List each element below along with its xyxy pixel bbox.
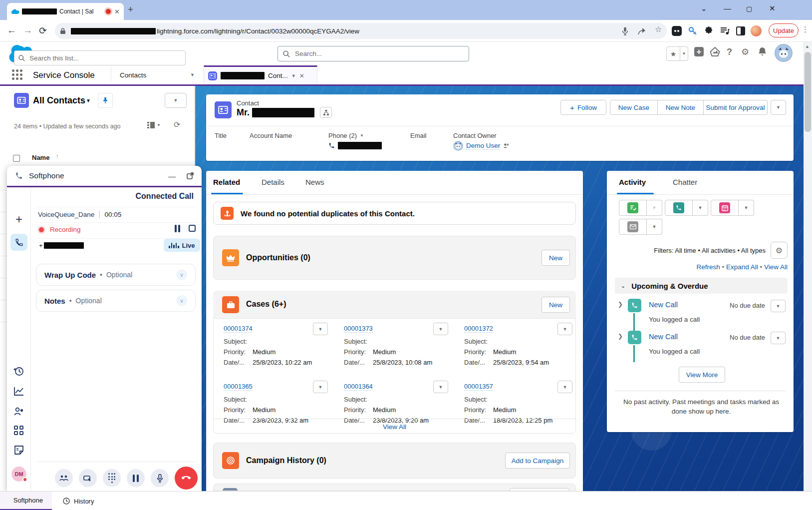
user-avatar[interactable]	[775, 44, 793, 62]
profile-avatar[interactable]	[750, 25, 762, 37]
favorites-chevron-icon[interactable]: ▼	[680, 47, 688, 60]
list-view-chevron-icon[interactable]: ▼	[86, 98, 91, 103]
playlist-icon[interactable]	[719, 25, 731, 37]
list-view-controls-button[interactable]: ▼	[165, 93, 187, 108]
case-number-link[interactable]: 00001364	[344, 383, 373, 391]
tab-close-icon[interactable]: ✕	[114, 8, 120, 15]
browser-tab[interactable]: Contact | Sal ✕	[7, 3, 124, 20]
follow-button[interactable]: +Follow	[560, 100, 606, 115]
window-close-button[interactable]: ✕	[769, 4, 776, 13]
tab-details[interactable]: Details	[262, 178, 284, 186]
case-number-link[interactable]: 00001357	[464, 383, 493, 391]
refresh-list-icon[interactable]: ⟳	[174, 120, 180, 129]
agent-avatar[interactable]: DM	[11, 467, 26, 482]
scrollbar-up-arrow-icon[interactable]: ▲	[805, 44, 810, 49]
app-launcher-waffle-icon[interactable]	[12, 69, 23, 80]
name-column-header[interactable]: Name	[32, 154, 49, 161]
email-dropdown-button[interactable]: ▼	[647, 219, 662, 235]
chrome-update-button[interactable]: Update	[769, 23, 799, 37]
end-call-button[interactable]	[175, 467, 198, 490]
timeline-item-title[interactable]: New Call	[649, 301, 678, 309]
favorites-button-group[interactable]: ★ ▼	[666, 46, 688, 61]
workspace-tab-close-icon[interactable]: ✕	[299, 72, 304, 79]
global-search-box[interactable]	[277, 46, 469, 61]
case-number-link[interactable]: 00001365	[224, 383, 253, 391]
bookmark-star-icon[interactable]: ☆	[655, 24, 662, 34]
minimize-softphone-icon[interactable]: —	[168, 172, 176, 180]
keypad-button[interactable]	[103, 469, 121, 487]
owner-link[interactable]: Demo User	[466, 142, 500, 150]
window-maximize-button[interactable]: ▢	[746, 5, 752, 12]
cases-title[interactable]: Cases (6+)	[246, 300, 286, 309]
event-dropdown-button[interactable]: ▼	[739, 200, 754, 216]
wrapup-expand-chevron-icon[interactable]: ∨	[176, 269, 187, 280]
reload-button[interactable]: ⟳	[39, 25, 47, 36]
add-call-button[interactable]: +	[13, 214, 25, 226]
agents-icon[interactable]	[13, 406, 24, 417]
page-scrollbar-thumb[interactable]	[805, 52, 811, 132]
notes-section[interactable]: Notes • Optional ∨	[36, 290, 196, 312]
utility-tab-history[interactable]: History	[54, 492, 103, 510]
contrast-extension-icon[interactable]	[735, 25, 747, 37]
email-button[interactable]	[619, 219, 647, 235]
stop-recording-icon[interactable]	[189, 225, 196, 232]
app-name[interactable]: Service Console	[33, 70, 95, 80]
case-row-actions-button[interactable]: ▼	[557, 381, 572, 393]
call-history-icon[interactable]	[13, 366, 24, 377]
password-key-icon[interactable]	[687, 25, 699, 37]
tab-activity[interactable]: Activity	[619, 178, 646, 186]
new-case-button[interactable]: New Case	[610, 100, 658, 115]
cases-view-all-link[interactable]: View All	[213, 423, 576, 431]
submit-for-approval-button[interactable]: Submit for Approval	[704, 100, 768, 115]
timeline-expand-icon[interactable]: ❯	[618, 301, 623, 308]
address-bar[interactable]: lightning.force.com/lightning/r/Contact/…	[55, 23, 667, 39]
softphone-header[interactable]: Softphone —	[7, 166, 202, 186]
timeline-item-actions-button[interactable]: ▼	[771, 300, 786, 312]
apps-grid-icon[interactable]	[14, 426, 24, 436]
quick-create-icon[interactable]: +	[694, 47, 704, 56]
case-number-link[interactable]: 00001372	[464, 325, 493, 333]
case-row-actions-button[interactable]: ▼	[433, 381, 448, 393]
browser-menu-kebab-icon[interactable]: ⋮	[802, 25, 809, 34]
upcoming-overdue-bar[interactable]: ⌄ Upcoming & Overdue	[615, 278, 788, 294]
new-note-button[interactable]: New Note	[658, 100, 704, 115]
view-all-link[interactable]: View All	[764, 263, 788, 271]
notes-icon[interactable]	[13, 445, 24, 456]
transfer-button[interactable]	[79, 469, 97, 487]
view-more-button[interactable]: View More	[679, 367, 725, 383]
hold-button[interactable]	[127, 469, 145, 487]
case-number-link[interactable]: 00001373	[344, 325, 373, 333]
tab-news[interactable]: News	[305, 178, 324, 186]
extension-app-icon[interactable]	[671, 25, 683, 37]
list-search-box[interactable]	[14, 50, 186, 65]
list-search-input[interactable]	[28, 54, 181, 62]
notes-expand-chevron-icon[interactable]: ∨	[176, 295, 187, 306]
expand-all-link[interactable]: Expand All	[726, 263, 758, 271]
forward-button[interactable]: →	[23, 25, 32, 36]
more-actions-dropdown-button[interactable]: ▼	[771, 100, 786, 115]
stats-chart-icon[interactable]	[13, 386, 24, 397]
window-minimize-button[interactable]: —	[724, 4, 731, 12]
new-tab-button[interactable]: +	[128, 4, 133, 15]
pin-list-button[interactable]	[98, 93, 113, 108]
case-number-link[interactable]: 00001374	[224, 325, 253, 333]
tab-related[interactable]: Related	[213, 178, 240, 186]
activity-filter-gear-button[interactable]: ⚙	[771, 242, 788, 259]
setup-gear-icon[interactable]: ⚙	[741, 46, 749, 57]
case-row-actions-button[interactable]: ▼	[557, 323, 572, 335]
new-task-button[interactable]	[619, 200, 647, 216]
nav-tab-contacts-chevron-icon[interactable]: ▼	[190, 72, 195, 77]
log-call-button[interactable]	[665, 200, 693, 216]
help-icon[interactable]: ?	[727, 47, 732, 57]
case-row-actions-button[interactable]: ▼	[433, 323, 448, 335]
notifications-bell-icon[interactable]	[758, 47, 767, 56]
nav-tab-contacts[interactable]: Contacts	[120, 71, 146, 79]
timeline-item-actions-button[interactable]: ▼	[771, 332, 786, 344]
popout-softphone-icon[interactable]	[187, 172, 194, 179]
tab-chatter[interactable]: Chatter	[673, 178, 697, 186]
mute-microphone-button[interactable]	[151, 469, 169, 487]
cases-new-button[interactable]: New	[541, 297, 570, 313]
favorites-star-icon[interactable]: ★	[667, 47, 680, 60]
rail-phone-tab-active[interactable]	[10, 234, 27, 251]
refresh-link[interactable]: Refresh	[696, 263, 720, 271]
